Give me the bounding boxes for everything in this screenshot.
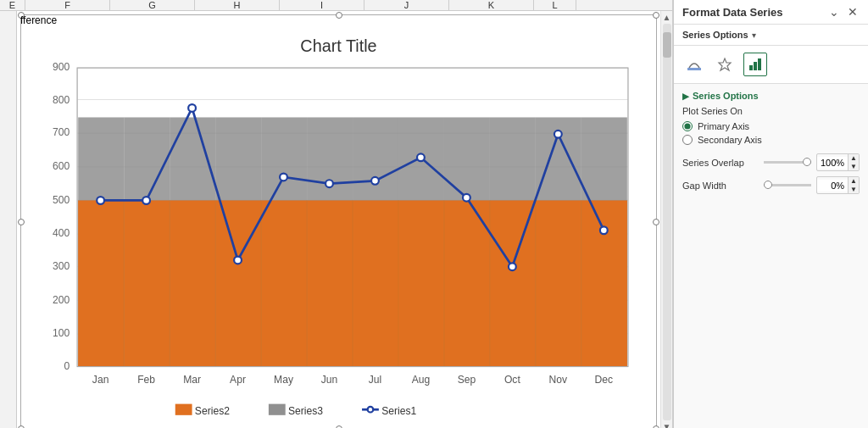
handle-br[interactable]: [653, 425, 659, 428]
svg-point-68: [142, 197, 150, 204]
secondary-axis-radio[interactable]: [682, 135, 693, 145]
svg-text:Oct: Oct: [504, 374, 520, 386]
series-overlap-label: Series Overlap: [682, 158, 759, 168]
scrollbar[interactable]: ▲ ▼: [660, 11, 672, 428]
svg-text:700: 700: [53, 126, 70, 138]
svg-text:Series3: Series3: [288, 405, 323, 417]
col-h[interactable]: H: [195, 0, 280, 10]
primary-axis-label: Primary Axis: [698, 121, 749, 131]
gap-width-down[interactable]: ▼: [849, 186, 859, 194]
chart-container[interactable]: fference Chart Title: [17, 11, 660, 428]
chart-title: Chart Title: [300, 36, 376, 55]
gap-width-spinners[interactable]: ▲ ▼: [848, 177, 859, 193]
svg-text:Sep: Sep: [458, 374, 476, 386]
series-options-label: Series Options: [682, 30, 748, 40]
series-options-section-header[interactable]: ▶ Series Options: [682, 91, 860, 101]
col-e[interactable]: E: [0, 0, 25, 10]
series-overlap-slider[interactable]: [764, 161, 811, 164]
spreadsheet-body: fference Chart Title: [0, 11, 672, 428]
series-options-header[interactable]: Series Options ▾: [674, 25, 868, 46]
svg-text:Jun: Jun: [321, 374, 338, 386]
svg-rect-98: [687, 68, 701, 70]
scroll-track[interactable]: [663, 24, 671, 420]
secondary-axis-option[interactable]: Secondary Axis: [682, 135, 860, 145]
gap-width-label: Gap Width: [682, 181, 759, 191]
svg-text:400: 400: [53, 227, 70, 239]
col-l[interactable]: L: [534, 0, 576, 10]
svg-text:Series1: Series1: [381, 405, 416, 417]
svg-text:900: 900: [53, 61, 70, 73]
handle-tm[interactable]: [336, 12, 342, 19]
x-axis-labels: Jan Feb Mar Apr May Jun Jul Aug Sep Oct …: [92, 374, 613, 386]
scroll-down-arrow[interactable]: ▼: [663, 422, 671, 428]
panel-collapse-button[interactable]: ⌄: [827, 5, 841, 19]
svg-text:May: May: [274, 374, 294, 386]
scroll-up-arrow[interactable]: ▲: [663, 13, 671, 22]
svg-text:Mar: Mar: [183, 374, 201, 386]
svg-rect-91: [175, 404, 192, 415]
spreadsheet-area: E F G H I J K L fference: [0, 0, 673, 428]
chart-svg: Chart Title 0 100 200 300: [21, 15, 656, 428]
svg-point-78: [600, 226, 608, 234]
handle-bm[interactable]: [336, 425, 342, 428]
row-headers: [0, 11, 17, 428]
svg-text:Feb: Feb: [137, 374, 155, 386]
svg-text:Dec: Dec: [595, 374, 614, 386]
svg-rect-51: [398, 200, 444, 366]
col-f[interactable]: F: [25, 0, 110, 10]
svg-rect-53: [490, 200, 536, 366]
col-j[interactable]: J: [364, 0, 449, 10]
svg-text:300: 300: [53, 260, 70, 272]
series-options-section: ▶ Series Options Plot Series On Primary …: [674, 84, 868, 206]
tab-series-options[interactable]: [743, 53, 767, 76]
series-overlap-spinners[interactable]: ▲ ▼: [848, 154, 859, 170]
handle-tr[interactable]: [653, 12, 659, 19]
svg-point-77: [554, 131, 562, 138]
svg-point-96: [368, 407, 374, 413]
series-overlap-down[interactable]: ▼: [849, 163, 859, 171]
col-k[interactable]: K: [449, 0, 534, 10]
svg-point-72: [326, 180, 333, 187]
plot-series-on-label: Plot Series On: [682, 106, 860, 116]
svg-rect-46: [170, 200, 215, 366]
svg-rect-47: [215, 200, 261, 366]
gap-width-row: Gap Width 0% ▲ ▼: [682, 176, 860, 194]
col-i[interactable]: I: [280, 0, 364, 10]
scroll-thumb[interactable]: [663, 32, 671, 58]
svg-text:Jul: Jul: [369, 374, 381, 386]
primary-axis-radio[interactable]: [682, 121, 693, 131]
svg-rect-101: [754, 62, 757, 70]
primary-axis-option[interactable]: Primary Axis: [682, 121, 860, 131]
svg-text:500: 500: [53, 194, 70, 206]
secondary-axis-label: Secondary Axis: [698, 135, 762, 145]
gap-width-thumb[interactable]: [764, 181, 772, 189]
handle-ml[interactable]: [18, 219, 25, 225]
series-overlap-thumb[interactable]: [803, 158, 811, 166]
svg-point-73: [371, 177, 379, 185]
gap-width-up[interactable]: ▲: [849, 177, 859, 186]
tab-effects[interactable]: [713, 53, 737, 76]
svg-text:Nov: Nov: [549, 374, 568, 386]
svg-point-76: [509, 263, 516, 270]
svg-point-71: [280, 174, 287, 181]
icon-tabs: [674, 46, 868, 84]
column-headers: E F G H I J K L: [0, 0, 672, 11]
series-overlap-up[interactable]: ▲: [849, 154, 859, 163]
svg-text:Series2: Series2: [195, 405, 230, 417]
chart-outer[interactable]: Chart Title 0 100 200 300: [20, 14, 657, 428]
svg-rect-45: [124, 200, 170, 366]
col-g[interactable]: G: [110, 0, 195, 10]
gap-width-slider[interactable]: [764, 184, 811, 186]
section-title: Series Options: [693, 91, 759, 101]
svg-marker-99: [719, 58, 731, 70]
svg-text:0: 0: [64, 360, 70, 372]
tab-fill-line[interactable]: [682, 53, 706, 76]
series-options-dropdown-arrow[interactable]: ▾: [752, 31, 756, 40]
handle-bl[interactable]: [18, 425, 25, 428]
svg-point-75: [463, 194, 470, 202]
handle-mr[interactable]: [653, 219, 659, 225]
section-arrow: ▶: [682, 92, 689, 101]
format-panel: Format Data Series ⌄ ✕ Series Options ▾ …: [673, 0, 868, 428]
handle-tl[interactable]: [18, 12, 25, 19]
panel-close-button[interactable]: ✕: [846, 5, 860, 19]
